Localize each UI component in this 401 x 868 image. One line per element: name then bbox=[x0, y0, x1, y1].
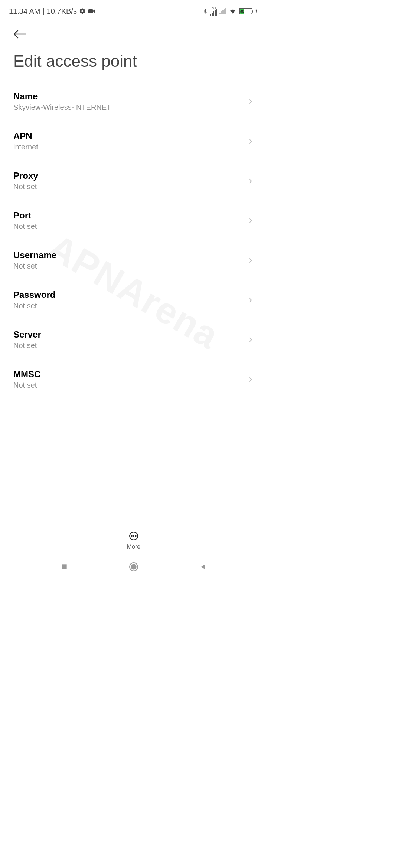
row-password[interactable]: Password Not set bbox=[13, 280, 254, 320]
more-label: More bbox=[127, 543, 140, 550]
nav-home-button[interactable] bbox=[128, 561, 139, 572]
row-value: Not set bbox=[13, 381, 247, 389]
chevron-right-icon bbox=[247, 98, 254, 105]
svg-point-5 bbox=[135, 535, 136, 536]
more-button[interactable] bbox=[128, 531, 139, 541]
row-mmsc[interactable]: MMSC Not set bbox=[13, 359, 254, 389]
chevron-right-icon bbox=[247, 376, 254, 383]
svg-point-8 bbox=[131, 564, 136, 569]
bluetooth-icon bbox=[203, 7, 208, 15]
charging-icon bbox=[255, 8, 258, 14]
row-value: Not set bbox=[13, 183, 247, 191]
wifi-icon bbox=[229, 8, 237, 14]
more-horizontal-icon bbox=[129, 531, 138, 541]
bottom-action-bar: More bbox=[0, 526, 267, 555]
row-port[interactable]: Port Not set bbox=[13, 201, 254, 240]
svg-rect-6 bbox=[62, 564, 67, 569]
triangle-left-icon bbox=[199, 563, 207, 571]
arrow-left-icon bbox=[13, 30, 27, 39]
chevron-right-icon bbox=[247, 296, 254, 304]
row-label: Server bbox=[13, 329, 247, 340]
row-apn[interactable]: APN internet bbox=[13, 121, 254, 161]
signal-bars-1-icon bbox=[210, 9, 217, 16]
row-value: internet bbox=[13, 143, 247, 151]
page-title: Edit access point bbox=[13, 52, 254, 70]
row-value: Not set bbox=[13, 341, 247, 350]
row-value: Skyview-Wireless-INTERNET bbox=[13, 103, 247, 112]
row-name[interactable]: Name Skyview-Wireless-INTERNET bbox=[13, 82, 254, 121]
nav-recents-button[interactable] bbox=[59, 561, 70, 572]
row-label: MMSC bbox=[13, 369, 247, 379]
svg-point-3 bbox=[131, 535, 132, 536]
row-server[interactable]: Server Not set bbox=[13, 320, 254, 359]
settings-list: Name Skyview-Wireless-INTERNET APN inter… bbox=[0, 82, 267, 389]
svg-point-4 bbox=[133, 535, 134, 536]
row-label: APN bbox=[13, 131, 247, 141]
signal-bars-2-icon bbox=[219, 8, 226, 14]
status-bar: 11:34 AM | 10.7KB/s 4G 38 bbox=[0, 0, 267, 22]
row-label: Username bbox=[13, 250, 247, 260]
row-proxy[interactable]: Proxy Not set bbox=[13, 161, 254, 201]
row-username[interactable]: Username Not set bbox=[13, 240, 254, 280]
svg-rect-0 bbox=[88, 9, 93, 13]
chevron-right-icon bbox=[247, 177, 254, 185]
battery-percent: 38 bbox=[240, 9, 244, 14]
status-time: 11:34 AM bbox=[9, 7, 40, 16]
nav-back-button[interactable] bbox=[198, 561, 209, 572]
square-icon bbox=[61, 563, 68, 571]
row-label: Port bbox=[13, 210, 247, 221]
battery-icon: 38 bbox=[239, 8, 252, 14]
status-speed: 10.7KB/s bbox=[47, 7, 77, 16]
back-button[interactable] bbox=[13, 26, 30, 42]
row-label: Name bbox=[13, 91, 247, 102]
row-value: Not set bbox=[13, 262, 247, 270]
chevron-right-icon bbox=[247, 138, 254, 145]
circle-icon bbox=[129, 562, 138, 572]
row-label: Proxy bbox=[13, 171, 247, 181]
gear-icon bbox=[79, 8, 86, 14]
status-separator: | bbox=[43, 7, 45, 16]
chevron-right-icon bbox=[247, 336, 254, 343]
chevron-right-icon bbox=[247, 257, 254, 264]
row-label: Password bbox=[13, 290, 247, 300]
camera-icon bbox=[88, 9, 95, 14]
row-value: Not set bbox=[13, 222, 247, 231]
chevron-right-icon bbox=[247, 217, 254, 224]
row-value: Not set bbox=[13, 302, 247, 310]
system-nav-bar bbox=[0, 555, 267, 579]
